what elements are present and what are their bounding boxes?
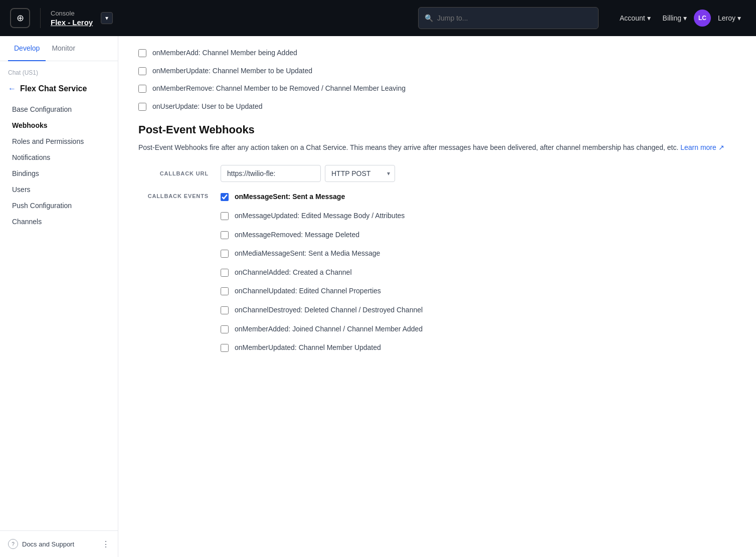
sidebar-service-name: Flex Chat Service	[20, 84, 87, 93]
callback-event-label-0: onMessageSent: Sent a Message	[235, 192, 345, 202]
sidebar-item-push-configuration[interactable]: Push Configuration	[0, 198, 118, 214]
sidebar-tabs: Develop Monitor	[0, 36, 118, 61]
callback-events-label: CALLBACK EVENTS	[138, 192, 209, 199]
pre-event-checkbox-row-3: onUserUpdate: User to be Updated	[138, 102, 736, 112]
post-event-desc: Post-Event Webhooks fire after any actio…	[138, 142, 736, 153]
billing-chevron-icon: ▾	[683, 14, 687, 22]
tab-develop[interactable]: Develop	[8, 36, 46, 61]
callback-event-label-5: onChannelUpdated: Edited Channel Propert…	[235, 286, 381, 296]
back-icon[interactable]: ←	[8, 84, 16, 93]
http-method-wrapper: HTTP POST HTTP GET ▾	[325, 165, 395, 182]
console-label: Console	[51, 10, 93, 17]
pre-event-checkbox-row-1: onMemberUpdate: Channel Member to be Upd…	[138, 66, 736, 76]
callback-url-label: CALLBACK URL	[138, 170, 209, 176]
top-nav: ⊕ Console Flex - Leroy ▾ 🔍 Account ▾ Bil…	[0, 0, 756, 36]
sidebar-item-users[interactable]: Users	[0, 181, 118, 198]
callback-event-row-6: onChannelDestroyed: Deleted Channel / De…	[221, 305, 736, 315]
avatar[interactable]: LC	[694, 10, 711, 27]
docs-label: Docs and Support	[22, 540, 74, 548]
callback-event-checkbox-1[interactable]	[221, 212, 229, 220]
callback-event-row-0: onMessageSent: Sent a Message	[221, 192, 736, 202]
callback-event-checkbox-7[interactable]	[221, 325, 229, 333]
top-nav-actions: Account ▾ Billing ▾ LC Leroy ▾	[615, 10, 746, 27]
callback-events-list: onMessageSent: Sent a Message onMessageU…	[221, 192, 736, 361]
callback-event-label-2: onMessageRemoved: Message Deleted	[235, 230, 359, 240]
account-button[interactable]: Account ▾	[615, 11, 656, 25]
search-bar: 🔍	[418, 7, 599, 29]
callback-event-label-8: onMemberUpdated: Channel Member Updated	[235, 343, 381, 353]
callback-event-row-8: onMemberUpdated: Channel Member Updated	[221, 343, 736, 353]
search-input[interactable]	[437, 14, 592, 22]
callback-event-checkbox-5[interactable]	[221, 287, 229, 295]
sidebar-footer: ? Docs and Support ⋮	[0, 530, 118, 557]
callback-event-checkbox-3[interactable]	[221, 250, 229, 258]
callback-events-row: CALLBACK EVENTS onMessageSent: Sent a Me…	[138, 192, 736, 361]
brand-label[interactable]: Flex - Leroy	[51, 18, 93, 27]
docs-and-support[interactable]: ? Docs and Support	[8, 539, 74, 549]
sidebar-item-notifications[interactable]: Notifications	[0, 149, 118, 165]
callback-url-input[interactable]	[221, 165, 321, 182]
learn-more-link[interactable]: Learn more ↗	[680, 143, 724, 151]
callback-url-row: CALLBACK URL HTTP POST HTTP GET ▾	[138, 165, 736, 182]
sidebar-item-base-configuration[interactable]: Base Configuration	[0, 101, 118, 117]
sidebar-item-webhooks[interactable]: Webhooks	[0, 117, 118, 133]
sidebar-context: Chat (US1)	[0, 69, 118, 80]
brand-dropdown-button[interactable]: ▾	[101, 12, 113, 24]
callback-event-row-7: onMemberAdded: Joined Channel / Channel …	[221, 324, 736, 334]
docs-icon: ?	[8, 539, 18, 549]
sidebar-item-bindings[interactable]: Bindings	[0, 165, 118, 181]
billing-button[interactable]: Billing ▾	[658, 11, 692, 25]
callback-event-checkbox-2[interactable]	[221, 231, 229, 239]
nav-divider	[40, 8, 41, 28]
user-menu-button[interactable]: Leroy ▾	[713, 11, 746, 25]
pre-event-label-3: onUserUpdate: User to be Updated	[152, 102, 262, 112]
tab-monitor[interactable]: Monitor	[46, 36, 81, 61]
post-event-title: Post-Event Webhooks	[138, 123, 736, 136]
main-layout: Develop Monitor Chat (US1) ← Flex Chat S…	[0, 36, 756, 557]
more-options-icon[interactable]: ⋮	[102, 539, 110, 549]
sidebar-content: Chat (US1) ← Flex Chat Service Base Conf…	[0, 61, 118, 530]
app-logo: ⊕	[10, 8, 30, 28]
callback-event-checkbox-0[interactable]	[221, 193, 229, 201]
pre-event-label-1: onMemberUpdate: Channel Member to be Upd…	[152, 66, 312, 76]
pre-event-checkbox-0[interactable]	[138, 49, 146, 57]
callback-event-label-3: onMediaMessageSent: Sent a Media Message	[235, 249, 380, 259]
callback-event-row-3: onMediaMessageSent: Sent a Media Message	[221, 249, 736, 259]
pre-event-label-0: onMemberAdd: Channel Member being Added	[152, 48, 297, 58]
post-event-section: Post-Event Webhooks Post-Event Webhooks …	[138, 123, 736, 361]
callback-event-label-4: onChannelAdded: Created a Channel	[235, 268, 352, 278]
callback-url-field-group: HTTP POST HTTP GET ▾	[221, 165, 395, 182]
pre-event-checkbox-1[interactable]	[138, 67, 146, 75]
content-area: onMemberAdd: Channel Member being Added …	[118, 36, 756, 557]
pre-event-label-2: onMemberRemove: Channel Member to be Rem…	[152, 84, 406, 94]
callback-event-label-1: onMessageUpdated: Edited Message Body / …	[235, 211, 405, 221]
pre-event-checkbox-3[interactable]	[138, 103, 146, 111]
callback-event-row-4: onChannelAdded: Created a Channel	[221, 268, 736, 278]
sidebar: Develop Monitor Chat (US1) ← Flex Chat S…	[0, 36, 118, 557]
pre-event-checkbox-row-2: onMemberRemove: Channel Member to be Rem…	[138, 84, 736, 94]
sidebar-item-channels[interactable]: Channels	[0, 214, 118, 230]
callback-event-checkbox-6[interactable]	[221, 306, 229, 314]
callback-event-checkbox-4[interactable]	[221, 269, 229, 277]
pre-event-checkbox-row-0: onMemberAdd: Channel Member being Added	[138, 48, 736, 58]
callback-event-label-6: onChannelDestroyed: Deleted Channel / De…	[235, 305, 423, 315]
sidebar-service-header: ← Flex Chat Service	[0, 80, 118, 97]
pre-event-section: onMemberAdd: Channel Member being Added …	[138, 48, 736, 111]
user-chevron-icon: ▾	[737, 14, 741, 22]
pre-event-checkbox-2[interactable]	[138, 85, 146, 93]
callback-event-row-5: onChannelUpdated: Edited Channel Propert…	[221, 286, 736, 296]
account-chevron-icon: ▾	[647, 14, 651, 22]
callback-event-checkbox-8[interactable]	[221, 344, 229, 352]
search-icon: 🔍	[425, 14, 433, 22]
sidebar-item-roles-and-permissions[interactable]: Roles and Permissions	[0, 133, 118, 149]
callback-event-row-2: onMessageRemoved: Message Deleted	[221, 230, 736, 240]
callback-event-label-7: onMemberAdded: Joined Channel / Channel …	[235, 324, 423, 334]
callback-event-row-1: onMessageUpdated: Edited Message Body / …	[221, 211, 736, 221]
http-method-select[interactable]: HTTP POST HTTP GET	[325, 165, 395, 182]
